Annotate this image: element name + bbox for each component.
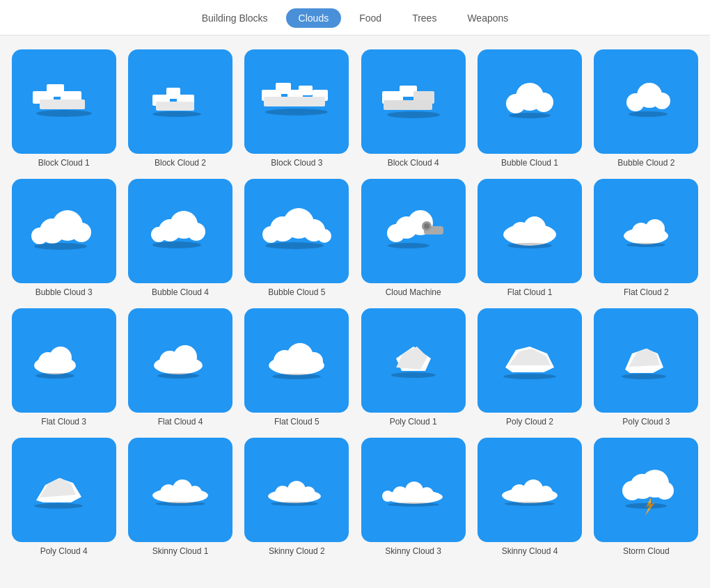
cloud-thumbnail-21 (361, 438, 466, 542)
svg-point-72 (305, 352, 323, 370)
cloud-thumbnail-3 (361, 49, 466, 154)
svg-rect-13 (299, 86, 313, 95)
svg-point-28 (654, 93, 670, 109)
svg-point-112 (625, 503, 667, 509)
cloud-label-15: Poly Cloud 1 (390, 417, 437, 427)
grid-item-1[interactable]: Block Cloud 2 (127, 49, 232, 168)
grid-item-3[interactable]: Block Cloud 4 (361, 49, 466, 168)
cloud-label-7: Bubble Cloud 4 (152, 287, 209, 297)
svg-point-73 (272, 374, 321, 379)
svg-point-67 (173, 345, 197, 369)
grid-item-12[interactable]: Flat Cloud 3 (11, 308, 116, 427)
nav-bar: Building BlocksCloudsFoodTreesWeapons (0, 0, 710, 35)
grid-item-8[interactable]: Bubble Cloud 5 (244, 179, 349, 297)
cloud-label-9: Cloud Machine (386, 287, 441, 297)
svg-point-101 (388, 502, 439, 507)
cloud-thumbnail-19 (128, 438, 232, 542)
grid-item-16[interactable]: Poly Cloud 2 (477, 308, 582, 427)
cloud-label-18: Poly Cloud 4 (40, 546, 88, 556)
svg-point-100 (382, 491, 393, 502)
cloud-thumbnail-11 (594, 179, 698, 283)
svg-point-105 (539, 486, 553, 500)
cloud-thumbnail-15 (361, 308, 466, 413)
svg-point-109 (622, 481, 642, 500)
svg-point-23 (506, 94, 526, 113)
cloud-label-0: Block Cloud 1 (38, 158, 90, 168)
grid-item-22[interactable]: Skinny Cloud 4 (477, 438, 582, 556)
cloud-thumbnail-20 (244, 438, 349, 542)
cloud-thumbnail-13 (128, 308, 232, 413)
nav-item-clouds[interactable]: Clouds (286, 8, 342, 28)
nav-item-building-blocks[interactable]: Building Blocks (189, 8, 281, 28)
grid-item-15[interactable]: Poly Cloud 1 (361, 308, 466, 427)
nav-item-weapons[interactable]: Weapons (455, 8, 521, 28)
grid-item-20[interactable]: Skinny Cloud 2 (244, 438, 349, 556)
cloud-label-19: Skinny Cloud 1 (152, 546, 209, 556)
cloud-label-20: Skinny Cloud 2 (269, 546, 325, 556)
svg-point-82 (622, 374, 666, 379)
cloud-grid: Block Cloud 1Block Cloud 2Block Cloud 3B… (0, 35, 710, 570)
svg-point-95 (271, 502, 318, 506)
svg-point-106 (505, 502, 555, 506)
grid-item-23[interactable]: Storm Cloud (594, 438, 699, 556)
cloud-label-12: Flat Cloud 3 (41, 417, 86, 427)
cloud-thumbnail-22 (478, 438, 582, 542)
grid-item-11[interactable]: Flat Cloud 2 (594, 179, 699, 297)
nav-item-food[interactable]: Food (347, 8, 394, 28)
cloud-label-17: Poly Cloud 3 (622, 417, 670, 427)
svg-rect-3 (40, 100, 85, 109)
cloud-thumbnail-0 (12, 49, 116, 154)
cloud-label-6: Bubble Cloud 3 (36, 287, 93, 297)
svg-point-29 (629, 111, 668, 117)
cloud-label-23: Storm Cloud (623, 546, 670, 556)
svg-marker-78 (509, 349, 551, 365)
cloud-thumbnail-10 (478, 179, 582, 283)
grid-item-6[interactable]: Bubble Cloud 3 (11, 179, 116, 297)
grid-item-14[interactable]: Flat Cloud 5 (244, 308, 349, 427)
grid-item-0[interactable]: Block Cloud 1 (11, 49, 116, 168)
cloud-label-5: Bubble Cloud 2 (617, 158, 674, 168)
grid-item-18[interactable]: Poly Cloud 4 (11, 438, 116, 556)
svg-point-63 (49, 347, 72, 369)
cloud-label-1: Block Cloud 2 (155, 158, 206, 168)
svg-point-94 (301, 486, 315, 500)
svg-point-32 (72, 223, 91, 242)
cloud-thumbnail-1 (128, 49, 232, 154)
cloud-label-10: Flat Cloud 1 (507, 287, 553, 297)
cloud-label-11: Flat Cloud 2 (624, 287, 669, 297)
grid-item-5[interactable]: Bubble Cloud 2 (594, 49, 699, 168)
cloud-label-8: Bubble Cloud 5 (268, 287, 325, 297)
cloud-label-3: Block Cloud 4 (388, 158, 439, 168)
cloud-label-2: Block Cloud 3 (271, 158, 322, 168)
cloud-label-13: Flat Cloud 4 (158, 417, 203, 427)
cloud-thumbnail-14 (244, 308, 349, 413)
cloud-thumbnail-17 (594, 308, 698, 413)
grid-item-4[interactable]: Bubble Cloud 1 (477, 49, 582, 168)
cloud-thumbnail-6 (12, 179, 116, 283)
grid-item-13[interactable]: Flat Cloud 4 (127, 308, 232, 427)
grid-item-7[interactable]: Bubble Cloud 4 (127, 179, 232, 297)
cloud-label-22: Skinny Cloud 4 (502, 546, 558, 556)
svg-point-51 (424, 223, 429, 229)
cloud-thumbnail-5 (594, 49, 698, 154)
cloud-label-16: Poly Cloud 2 (506, 417, 553, 427)
svg-point-21 (387, 111, 440, 118)
grid-item-21[interactable]: Skinny Cloud 3 (361, 438, 466, 556)
cloud-thumbnail-9 (361, 179, 466, 283)
cloud-thumbnail-7 (128, 179, 232, 283)
grid-item-10[interactable]: Flat Cloud 1 (477, 179, 582, 297)
svg-point-37 (187, 223, 205, 241)
cloud-label-14: Flat Cloud 5 (274, 417, 320, 427)
nav-item-trees[interactable]: Trees (400, 8, 449, 28)
grid-item-2[interactable]: Block Cloud 3 (244, 49, 349, 168)
svg-point-9 (152, 111, 201, 117)
svg-rect-20 (384, 100, 432, 110)
svg-point-55 (523, 216, 546, 239)
svg-point-99 (420, 487, 434, 501)
svg-point-56 (507, 243, 552, 248)
grid-item-19[interactable]: Skinny Cloud 1 (127, 438, 232, 556)
grid-item-9[interactable]: Cloud Machine (361, 179, 466, 297)
svg-point-110 (656, 482, 674, 500)
grid-item-17[interactable]: Poly Cloud 3 (594, 308, 699, 427)
svg-point-89 (188, 486, 202, 500)
